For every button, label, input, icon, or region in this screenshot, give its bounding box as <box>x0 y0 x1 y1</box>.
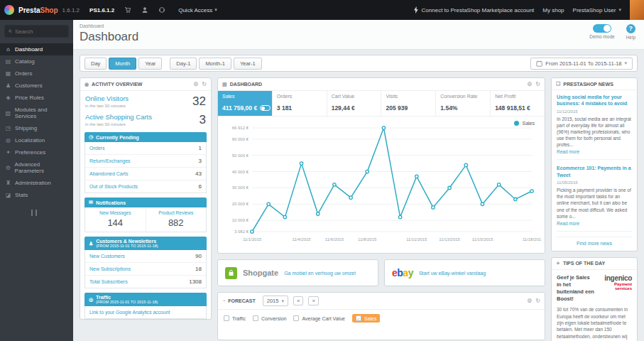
tips-of-the-day-panel: ✦ TIPS OF THE DAY Geef je Sales in het b… <box>551 257 638 341</box>
forecast-sales-checkbox[interactable]: ✓Sales <box>352 314 381 323</box>
ebay-link[interactable]: Start uw eBay-winkel vandaag <box>419 271 486 276</box>
sidebar-item-customers[interactable]: ♟Customers <box>0 80 73 92</box>
kpi-cart-value[interactable]: Cart Value 129,44 € <box>327 91 382 116</box>
calendar-icon <box>536 60 542 67</box>
refresh-icon[interactable]: ↻ <box>535 298 540 304</box>
product-reviews-link[interactable]: Product Reviews <box>148 210 205 215</box>
find-more-news-link[interactable]: Find more news <box>557 237 632 246</box>
globe-icon: ◍ <box>5 137 11 144</box>
kpi-net-profit[interactable]: Net Profit 148 918,51 € <box>491 91 545 116</box>
shopgate-link[interactable]: Ga mobiel en verhoog uw omzet <box>284 271 356 276</box>
news-article-title[interactable]: Ecommerce 101: Payments in a Tweet <box>557 165 632 178</box>
refresh-icon[interactable]: ↻ <box>535 81 540 87</box>
user-icon[interactable] <box>141 6 148 13</box>
kpi-visits[interactable]: Visits 205 939 <box>381 91 436 116</box>
my-shop-link[interactable]: My shop <box>542 7 564 13</box>
svg-text:11/4/2015: 11/4/2015 <box>292 237 311 242</box>
sales-curve-toggle[interactable] <box>260 105 271 111</box>
kpi-sales[interactable]: Sales 411 759,00 € <box>218 91 273 116</box>
filter-month-1-button[interactable]: Month-1 <box>199 58 231 70</box>
sidebar-item-price-rules[interactable]: ◈Price Rules <box>0 92 73 104</box>
google-analytics-link[interactable]: Link to your Google Analytics account <box>85 306 206 318</box>
forecast-conversion-checkbox[interactable]: Conversion <box>253 315 286 321</box>
read-more-link[interactable]: Read more <box>557 221 632 226</box>
refresh-icon[interactable]: ↻ <box>202 81 207 87</box>
read-more-link[interactable]: Read more <box>557 149 632 154</box>
svg-text:40 000 €: 40 000 € <box>232 170 249 174</box>
dashboard-panel-icon: ▤ <box>222 82 227 87</box>
cart-icon[interactable] <box>124 6 131 13</box>
quick-access-menu[interactable]: Quick Access ▾ <box>178 7 217 13</box>
forecast-traffic-checkbox[interactable]: Traffic <box>224 315 246 321</box>
sidebar-item-orders[interactable]: ▦Orders <box>0 67 73 80</box>
news-body: Using social media for your business: 4 … <box>552 90 637 251</box>
row-value: 6 <box>199 183 202 190</box>
notifications-header: ✉ Notifications <box>84 197 207 207</box>
shop-name[interactable]: PS1.6.1.2 <box>89 7 114 13</box>
out-of-stock-link[interactable]: Out of Stock Products <box>89 184 138 189</box>
collapse-sidebar-icon[interactable] <box>31 210 37 216</box>
sidebar-item-advanced-parameters[interactable]: ⚙Advanced Parameters <box>0 158 73 177</box>
avatar[interactable] <box>630 0 644 20</box>
new-subscriptions-link[interactable]: New Subscriptions <box>89 266 131 271</box>
online-visitors-stat: Online Visitorsin the last 30 minutes 32 <box>80 91 211 109</box>
sidebar-search[interactable] <box>4 25 69 38</box>
user-menu[interactable]: PrestaShop User ▾ <box>573 7 621 13</box>
sidebar-item-modules[interactable]: ▧Modules and Services <box>0 104 73 122</box>
kpi-value: 148 918,51 € <box>495 104 530 112</box>
prev-year-button[interactable]: « <box>293 296 303 305</box>
new-customers-link[interactable]: New Customers <box>89 254 125 259</box>
demo-mode-toggle[interactable] <box>593 24 611 33</box>
kpi-row: Sales 411 759,00 € Orders 3 181 Cart Val… <box>218 91 545 117</box>
orders-link[interactable]: Orders <box>89 146 104 151</box>
year-select[interactable]: 2015 ▾ <box>263 296 288 306</box>
filter-year-button[interactable]: Year <box>138 58 162 70</box>
sidebar-item-dashboard[interactable]: ⌂Dashboard <box>0 43 73 55</box>
date-range-picker[interactable]: From 2015-11-01 To 2015-11-18 ▾ <box>530 58 633 70</box>
sidebar-item-preferences[interactable]: ✦Preferences <box>0 146 73 158</box>
returns-link[interactable]: Return/Exchanges <box>89 158 131 163</box>
support-icon[interactable] <box>158 6 165 13</box>
table-row: New Subscriptions18 <box>85 263 206 276</box>
sidebar-item-localization[interactable]: ◍Localization <box>0 134 73 146</box>
filter-month-button[interactable]: Month <box>109 58 136 70</box>
demo-mode-control[interactable]: Demo mode <box>589 24 614 40</box>
search-input[interactable] <box>15 28 65 35</box>
kpi-value: 411 759,00 € <box>222 104 257 112</box>
gear-icon[interactable]: ⚙ <box>527 81 532 87</box>
sidebar-item-label: Price Rules <box>15 94 44 101</box>
help-label: Help <box>626 35 635 40</box>
kpi-orders[interactable]: Orders 3 181 <box>273 91 327 116</box>
news-article-title[interactable]: Using social media for your business: 4 … <box>557 94 632 107</box>
modules-icon: ▧ <box>5 110 11 117</box>
sidebar-item-administration[interactable]: ♜Administration <box>0 177 73 189</box>
shopgate-ad: Shopgate Ga mobiel en verhoog uw omzet <box>217 259 378 286</box>
next-year-button[interactable]: » <box>308 296 318 305</box>
help-icon[interactable]: ? <box>626 24 635 33</box>
kpi-conversion-rate[interactable]: Conversion Rate 1.54% <box>436 91 491 116</box>
forecast-cart-value-checkbox[interactable]: Average Cart Value <box>293 315 344 321</box>
new-messages-link[interactable]: New Messages <box>87 210 144 215</box>
clock-icon: ◷ <box>89 134 93 140</box>
abandoned-carts-link[interactable]: Abandoned Carts <box>89 171 128 176</box>
gear-icon[interactable]: ⚙ <box>193 81 198 87</box>
svg-text:20 000 €: 20 000 € <box>232 202 249 206</box>
online-visitors-link[interactable]: Online Visitors <box>85 94 129 102</box>
sidebar-item-stats[interactable]: ◪Stats <box>0 189 73 201</box>
filter-year-1-button[interactable]: Year-1 <box>234 58 262 70</box>
gear-icon[interactable]: ⚙ <box>527 298 532 304</box>
sidebar-item-shipping[interactable]: ◳Shipping <box>0 122 73 134</box>
help-control[interactable]: ? Help <box>626 24 635 40</box>
checkbox-icon <box>253 315 258 321</box>
module-ads: Shopgate Ga mobiel en verhoog uw omzet e… <box>217 259 545 286</box>
active-carts-link[interactable]: Active Shopping Carts <box>85 113 152 121</box>
filter-day-1-button[interactable]: Day-1 <box>170 58 197 70</box>
checkbox-icon <box>293 315 299 321</box>
sidebar-item-catalog[interactable]: ▤Catalog <box>0 55 73 67</box>
marketplace-link[interactable]: Connect to PrestaShop Marketplace accoun… <box>413 6 535 13</box>
section-title-text: Customers & Newsletters <box>96 239 156 244</box>
total-subscribers-link[interactable]: Total Subscribers <box>89 279 128 284</box>
version-label: 1.6.1.2 <box>62 7 80 13</box>
filter-day-button[interactable]: Day <box>84 58 107 70</box>
forecast-legend-label: Sales <box>364 316 377 321</box>
